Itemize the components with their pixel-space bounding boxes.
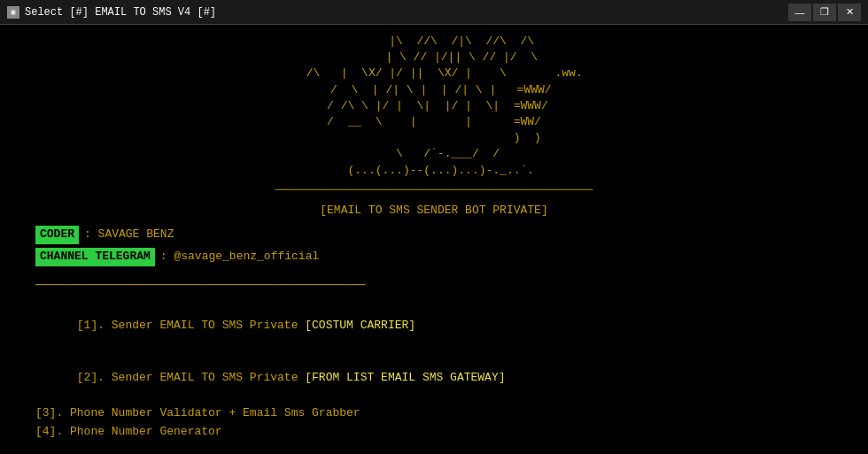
menu-item-4: [4]. Phone Number Generator	[35, 424, 850, 441]
main-title: [EMAIL TO SMS SENDER BOT PRIVATE]	[18, 203, 850, 219]
minimize-button[interactable]: —	[788, 4, 811, 21]
ascii-art: |\ //\ /|\ //\ /\ | \ // |/|| \ // |/ \ …	[18, 34, 850, 179]
channel-line: CHANNEL TELEGRAM : @savage_benz_official	[35, 248, 850, 266]
menu-item-3: [3]. Phone Number Validator + Email Sms …	[35, 405, 850, 422]
close-button[interactable]: ✕	[838, 4, 861, 21]
coder-badge: CODER	[35, 226, 79, 244]
top-divider: ────────────────────────────────────────…	[18, 182, 850, 199]
channel-value: : @savage_benz_official	[160, 249, 319, 265]
menu-section: [1]. Sender EMAIL TO SMS Private [COSTUM…	[18, 302, 850, 454]
app-icon: ▣	[7, 6, 19, 19]
channel-badge: CHANNEL TELEGRAM	[35, 248, 155, 266]
title-bar-left: ▣ Select [#] EMAIL TO SMS V4 [#]	[7, 6, 216, 19]
menu-item-2: [2]. Sender EMAIL TO SMS Private [FROM L…	[35, 353, 850, 404]
bottom-divider: ────────────────────────────────────────…	[18, 277, 850, 295]
window-controls: — ❐ ✕	[788, 4, 861, 21]
menu-highlight-2: [FROM LIST EMAIL SMS GATEWAY]	[305, 371, 505, 384]
info-section: CODER : SAVAGE BENZ CHANNEL TELEGRAM : @…	[18, 226, 850, 266]
menu-item-1: [1]. Sender EMAIL TO SMS Private [COSTUM…	[35, 302, 850, 352]
menu-highlight-1: [COSTUM CARRIER]	[305, 319, 415, 332]
maximize-button[interactable]: ❐	[813, 4, 836, 21]
coder-value: : SAVAGE BENZ	[84, 227, 174, 243]
terminal-window: |\ //\ /|\ //\ /\ | \ // |/|| \ // |/ \ …	[0, 25, 868, 454]
title-bar: ▣ Select [#] EMAIL TO SMS V4 [#] — ❐ ✕	[0, 0, 868, 25]
menu-key-2: [2]. Sender EMAIL TO SMS Private	[77, 371, 305, 384]
window-title: Select [#] EMAIL TO SMS V4 [#]	[25, 6, 216, 19]
menu-item-5: [5]. Auto Short Link [ 4 API ]	[35, 442, 850, 454]
menu-key-1: [1]. Sender EMAIL TO SMS Private	[77, 319, 305, 332]
coder-line: CODER : SAVAGE BENZ	[35, 226, 850, 244]
